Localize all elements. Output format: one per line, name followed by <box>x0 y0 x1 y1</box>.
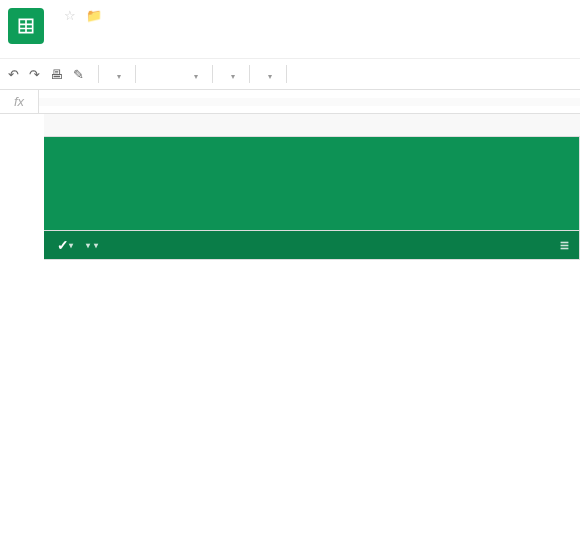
filter-icon[interactable]: ▾ <box>69 241 73 250</box>
folder-icon[interactable]: 📁 <box>86 8 102 23</box>
check-header-icon[interactable]: ✓ <box>57 237 69 253</box>
header-row: ✓▾ ▾▾ ☰ <box>44 231 580 260</box>
font-select[interactable] <box>227 67 235 82</box>
zoom-select[interactable] <box>113 67 121 82</box>
font-size[interactable] <box>264 67 272 82</box>
paint-icon[interactable]: ✎ <box>73 67 84 82</box>
undo-icon[interactable]: ↶ <box>8 67 19 82</box>
todo-banner <box>44 136 580 231</box>
sheets-logo <box>8 8 44 44</box>
star-icon[interactable]: ☆ <box>64 8 76 23</box>
formula-bar[interactable] <box>39 98 580 106</box>
num-format[interactable] <box>190 67 198 82</box>
filter-icon[interactable]: ☰ <box>560 240 569 251</box>
sort-icon[interactable]: ▾ <box>94 241 98 250</box>
filter-icon[interactable]: ▾ <box>86 241 90 250</box>
redo-icon[interactable]: ↷ <box>29 67 40 82</box>
print-icon[interactable]: 🖶 <box>50 67 63 82</box>
fx-label: fx <box>0 90 39 113</box>
